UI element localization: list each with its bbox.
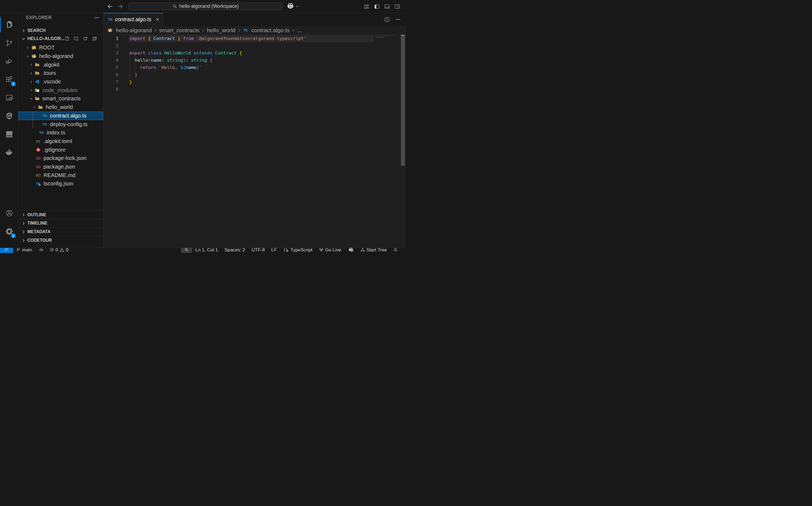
tree-item-contract-algo-ts[interactable]: TScontract.algo.ts — [18, 112, 103, 120]
status-problems[interactable]: 00 — [47, 248, 72, 253]
gitlens-icon — [5, 112, 13, 120]
tree-item-readme-md[interactable]: MREADME.md — [18, 171, 103, 179]
tree-item-index-ts[interactable]: TSindex.ts — [18, 129, 103, 137]
new-folder-icon[interactable] — [74, 36, 79, 41]
sidebar-section-search[interactable]: SEARCH — [18, 26, 103, 35]
tree-item-package-lock-json[interactable]: npmpackage-lock.json — [18, 154, 103, 163]
minimap-content: import { Contract } from '@algorandfound… — [375, 35, 396, 40]
activity-bar-item-remote-explorer[interactable] — [0, 89, 18, 107]
code-line: import { Contract } from '@algorandfound… — [375, 35, 396, 36]
chevron-down-icon — [29, 97, 33, 100]
tree-item-tsconfig-json[interactable]: TStsconfig.json — [18, 179, 103, 188]
activity-bar-item-dotenv[interactable]: .ENV — [0, 125, 18, 143]
sidebar-section-label: OUTLINE — [27, 213, 46, 217]
tab-contract-algo-ts[interactable]: TS contract.algo.ts — [103, 13, 163, 26]
tree-item-gitignore[interactable]: .gitignore — [18, 146, 103, 154]
activity-bar-item-source-control[interactable] — [0, 34, 18, 52]
status-go-live[interactable]: Go Live — [316, 248, 345, 253]
tree-item-package-json[interactable]: npmpackage.json — [18, 163, 103, 171]
files-icon — [5, 21, 13, 29]
status-sync[interactable] — [35, 248, 47, 253]
scrollbar-slider[interactable] — [401, 36, 405, 166]
toggle-primary-sidebar-icon[interactable] — [374, 4, 379, 9]
activity-bar-item-accounts[interactable] — [0, 204, 18, 222]
editor-more-actions-icon[interactable] — [395, 17, 400, 22]
activity-bar-item-docker[interactable] — [0, 143, 18, 162]
chevron-down-icon — [33, 106, 36, 109]
tree-item-node-modules[interactable]: JSnode_modules — [18, 86, 103, 94]
breadcrumb-item[interactable]: TScontract.algo.ts — [243, 27, 289, 33]
refresh-icon[interactable] — [83, 36, 88, 41]
activity-bar-item-gitlens[interactable] — [0, 107, 18, 125]
collapse-all-icon[interactable] — [92, 36, 97, 41]
code-editor[interactable]: 12345678 import { Contract } from '@algo… — [103, 34, 406, 248]
badge: 3 — [11, 81, 16, 86]
tree-item-label: tsconfig.json — [44, 181, 73, 187]
breadcrumb-item[interactable]: hello_world — [207, 27, 235, 33]
navigate-back-button[interactable] — [107, 3, 113, 9]
tab-bar: TS contract.algo.ts — [103, 13, 406, 26]
breadcrumb-separator-icon — [237, 28, 241, 32]
editor-scrollbar[interactable] — [401, 34, 406, 248]
folder-open-icon — [34, 96, 40, 101]
status-eol[interactable]: LF — [268, 248, 280, 253]
customize-layout-icon[interactable] — [364, 4, 369, 9]
sidebar-section-codetour[interactable]: CODETOUR — [18, 236, 103, 245]
sidebar-section-timeline[interactable]: TIMELINE — [18, 219, 103, 228]
chevron-down-icon — [295, 5, 299, 8]
minimap[interactable]: import { Contract } from '@algorandfound… — [374, 34, 401, 248]
toggle-secondary-sidebar-icon[interactable] — [395, 4, 400, 9]
new-file-icon[interactable] — [65, 36, 70, 41]
chevron-right-icon — [21, 238, 26, 243]
status-indentation[interactable]: Spaces: 2 — [221, 248, 248, 253]
breadcrumb-label: ... — [297, 27, 302, 33]
tree-item-algokit-toml[interactable]: [T].algokit.toml — [18, 137, 103, 146]
close-tab-icon[interactable] — [155, 17, 160, 22]
tree-item-label: .tours — [43, 70, 56, 76]
ts-icon: TS — [243, 28, 248, 33]
tree-item-label: contract.algo.ts — [50, 113, 86, 119]
status-zoom[interactable] — [181, 248, 192, 253]
navigate-forward-button[interactable] — [117, 3, 123, 9]
remote-indicator[interactable] — [0, 248, 13, 253]
activity-bar-item-run-and-debug[interactable] — [0, 52, 18, 70]
markdown-icon: M — [36, 173, 41, 178]
activity-bar-item-extensions[interactable]: 3 — [0, 70, 18, 89]
status-language-mode[interactable]: {}TypeScript — [280, 248, 316, 253]
sidebar-section-metadata[interactable]: METADATA — [18, 228, 103, 236]
breadcrumb-item[interactable]: smart_contracts — [159, 27, 199, 33]
tree-item-hello-world[interactable]: hello_world — [18, 103, 103, 112]
status-label: 0 — [66, 248, 68, 253]
tree-item-algokit[interactable]: .algokit — [18, 60, 103, 69]
folder-icon — [34, 71, 40, 76]
tree-item-deploy-config-ts[interactable]: TSdeploy-config.ts — [18, 120, 103, 129]
copilot-menu-button[interactable] — [287, 3, 299, 10]
activity-bar-item-explorer[interactable] — [0, 15, 18, 34]
folder-open-icon — [38, 105, 43, 110]
status-encoding[interactable]: UTF-8 — [248, 248, 268, 253]
line-number: 2 — [103, 42, 119, 50]
command-center-search[interactable]: hello-algorand (Workspace) — [129, 2, 283, 10]
vscode-icon — [34, 79, 40, 84]
breadcrumb-item[interactable]: hello-algorand — [108, 27, 152, 33]
status-branch[interactable]: main — [13, 248, 35, 253]
tree-item-vscode[interactable]: .vscode — [18, 78, 103, 86]
status-cursor-position[interactable]: Ln 1, Col 1 — [192, 248, 221, 253]
status-notifications[interactable] — [390, 248, 400, 253]
sidebar-section-outline[interactable]: OUTLINE — [18, 210, 103, 219]
svg-text:TS: TS — [243, 28, 247, 32]
svg-text:npm: npm — [36, 157, 40, 159]
sidebar-section-project[interactable]: HELLO-ALGOR... — [18, 34, 103, 43]
tree-item-root[interactable]: ROOT — [18, 44, 103, 52]
status-copilot-status[interactable] — [345, 248, 357, 253]
org-tree-icon — [361, 248, 365, 252]
explorer-more-actions-icon[interactable] — [94, 15, 99, 20]
toggle-panel-icon[interactable] — [384, 4, 390, 9]
tree-item-smart-contracts[interactable]: smart_contracts — [18, 94, 103, 103]
tree-item-tours[interactable]: .tours — [18, 69, 103, 78]
activity-bar-item-settings[interactable]: 1 — [0, 222, 18, 240]
tree-item-hello-algorand[interactable]: hello-algorand — [18, 52, 103, 61]
breadcrumb-item[interactable]: ... — [297, 27, 302, 33]
status-start-tree[interactable]: Start Tree — [357, 248, 390, 253]
split-editor-icon[interactable] — [384, 17, 390, 22]
